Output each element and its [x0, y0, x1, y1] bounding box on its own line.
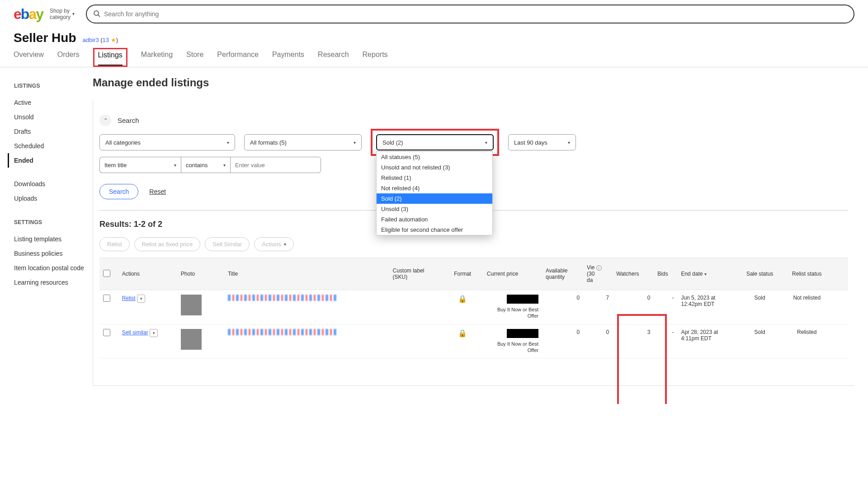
main-nav: OverviewOrdersListingsMarketingStorePerf…	[0, 45, 868, 67]
sidebar-item-downloads[interactable]: Downloads	[14, 177, 93, 191]
nav-research[interactable]: Research	[318, 51, 349, 67]
select-all-checkbox[interactable]	[103, 270, 110, 277]
status-option[interactable]: Not relisted (4)	[377, 183, 492, 193]
nav-reports[interactable]: Reports	[363, 51, 388, 67]
col-views[interactable]: Vie i(30da	[583, 258, 613, 290]
sidebar-item-item-location-postal-code[interactable]: Item location postal code	[14, 261, 93, 275]
item-thumbnail[interactable]	[181, 295, 202, 315]
row-action-menu[interactable]: ▾	[137, 295, 145, 303]
sidebar-heading-settings: SETTINGS	[14, 219, 93, 225]
status-option[interactable]: Eligible for second chance offer	[377, 225, 492, 235]
chevron-down-icon: ▾	[223, 163, 226, 168]
cell-qty: 0	[542, 290, 583, 324]
item-title[interactable]	[228, 295, 336, 301]
bulk-sell-similar[interactable]: Sell Similar	[205, 237, 250, 251]
col-sale-status: Sale status	[736, 258, 783, 290]
sidebar-item-listing-templates[interactable]: Listing templates	[14, 232, 93, 246]
chevron-down-icon: ▾	[485, 140, 487, 145]
status-option[interactable]: All statuses (5)	[377, 152, 492, 162]
sidebar-item-unsold[interactable]: Unsold	[14, 110, 93, 124]
cell-bids: -	[654, 290, 677, 324]
status-option[interactable]: Relisted (1)	[377, 173, 492, 183]
collapse-toggle[interactable]: ⌃	[99, 114, 111, 126]
row-action-link[interactable]: Sell similar	[122, 329, 148, 336]
col-photo: Photo	[177, 258, 224, 290]
col-relist-status: Relist status	[783, 258, 830, 290]
chevron-down-icon: ▾	[704, 272, 707, 277]
price-type: Buy It Now or Best Offer	[487, 306, 538, 319]
cell-watchers: 0	[613, 290, 654, 324]
page-title: Manage ended listings	[93, 76, 854, 89]
nav-payments[interactable]: Payments	[272, 51, 304, 67]
status-option[interactable]: Unsold and not relisted (3)	[377, 162, 492, 173]
col-price: Current price	[483, 258, 542, 290]
sidebar-item-drafts[interactable]: Drafts	[14, 124, 93, 139]
filter-category[interactable]: All categories▾	[99, 134, 235, 150]
col-watchers: Watchers	[613, 258, 654, 290]
status-option[interactable]: Failed automation	[377, 214, 492, 225]
search-input[interactable]	[104, 10, 847, 18]
item-title[interactable]	[228, 329, 336, 335]
status-option[interactable]: Unsold (3)	[377, 204, 492, 214]
row-checkbox[interactable]	[103, 295, 110, 302]
global-header: ebay Shop by category ▾	[0, 0, 868, 28]
filter-format[interactable]: All formats (5)▾	[244, 134, 362, 150]
sidebar-item-active[interactable]: Active	[14, 95, 93, 110]
nav-store[interactable]: Store	[186, 51, 203, 67]
bulk-relist-as-fixed-price[interactable]: Relist as fixed price	[134, 237, 201, 251]
sidebar: LISTINGS ActiveUnsoldDraftsScheduledEnde…	[14, 67, 93, 290]
filter-value-input[interactable]	[231, 157, 321, 173]
sidebar-item-scheduled[interactable]: Scheduled	[14, 139, 93, 153]
filter-status[interactable]: Sold (2)▾	[376, 134, 494, 150]
sidebar-item-uploads[interactable]: Uploads	[14, 191, 93, 206]
global-search[interactable]	[86, 5, 854, 23]
cell-views: 0	[583, 324, 613, 358]
nav-overview[interactable]: Overview	[14, 51, 44, 67]
col-sku: Custom label (SKU)	[389, 258, 442, 290]
col-end-date[interactable]: End date ▾	[677, 258, 736, 290]
filter-status-highlight: Sold (2)▾ All statuses (5)Unsold and not…	[371, 129, 499, 156]
cell-sale-status: Sold	[736, 290, 783, 324]
star-icon: ★	[111, 37, 116, 43]
col-format: Format	[442, 258, 483, 290]
listings-table: Actions Photo Title Custom label (SKU) F…	[99, 258, 848, 358]
price-redacted	[507, 329, 538, 338]
search-button[interactable]: Search	[99, 184, 138, 199]
nav-marketing[interactable]: Marketing	[141, 51, 173, 67]
chevron-down-icon: ▾	[227, 140, 229, 145]
col-actions: Actions	[118, 258, 177, 290]
filter-operator-select[interactable]: contains▾	[181, 157, 231, 173]
hub-user[interactable]: adbir3 (13 ★)	[82, 37, 118, 43]
reset-link[interactable]: Reset	[149, 188, 166, 195]
ebay-logo[interactable]: ebay	[14, 6, 43, 23]
nav-performance[interactable]: Performance	[217, 51, 259, 67]
bulk-relist[interactable]: Relist	[99, 237, 130, 251]
status-option[interactable]: Sold (2)	[377, 193, 492, 204]
nav-listings[interactable]: Listings	[98, 51, 123, 66]
sidebar-item-ended[interactable]: Ended	[8, 153, 93, 168]
chevron-down-icon: ▾	[568, 140, 570, 145]
cell-views: 7	[583, 290, 613, 324]
search-section-label: Search	[118, 117, 139, 124]
main-content: Manage ended listings ⌃ Search All categ…	[93, 67, 854, 404]
sidebar-item-learning-resources[interactable]: Learning resources	[14, 275, 93, 290]
cell-relist-status: Relisted	[783, 324, 830, 358]
chevron-down-icon: ▾	[284, 242, 286, 247]
row-action-link[interactable]: Relist	[122, 295, 136, 301]
col-qty: Available quantity	[542, 258, 583, 290]
col-bids: Bids	[654, 258, 677, 290]
shop-by-category[interactable]: Shop by category ▾	[50, 8, 75, 21]
search-icon	[93, 10, 100, 19]
filter-date-range[interactable]: Last 90 days▾	[508, 134, 576, 150]
row-action-menu[interactable]: ▾	[150, 329, 158, 337]
nav-orders[interactable]: Orders	[57, 51, 80, 67]
filter-field-select[interactable]: Item title▾	[99, 157, 181, 173]
status-dropdown: All statuses (5)Unsold and not relisted …	[376, 151, 493, 235]
hub-header: Seller Hub adbir3 (13 ★)	[0, 31, 868, 45]
hub-title: Seller Hub	[14, 31, 76, 45]
item-thumbnail[interactable]	[181, 329, 202, 350]
row-checkbox[interactable]	[103, 329, 110, 336]
sidebar-item-business-policies[interactable]: Business policies	[14, 246, 93, 261]
cell-qty: 0	[542, 324, 583, 358]
bulk-actions[interactable]: Actions▾	[254, 237, 294, 251]
